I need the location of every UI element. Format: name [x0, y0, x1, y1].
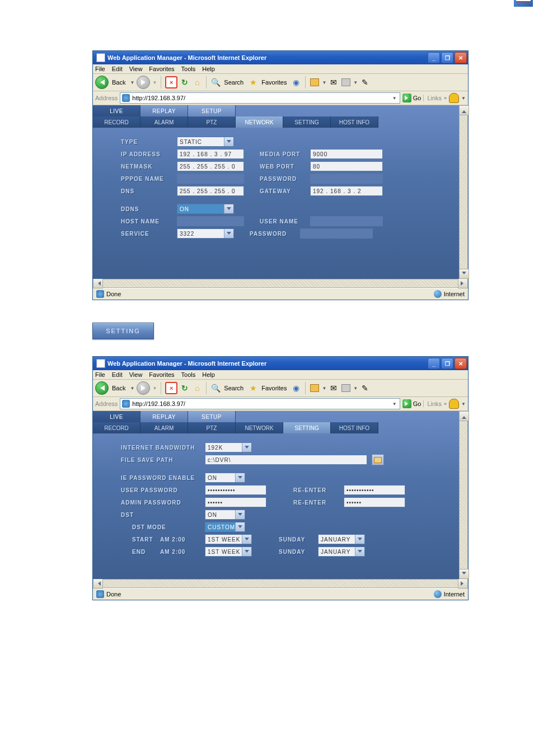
select-start-month[interactable]: JANUARY [318, 534, 365, 544]
horizontal-scrollbar[interactable] [93, 279, 468, 288]
select-start-week[interactable]: 1ST WEEK [205, 534, 252, 544]
scroll-up-icon[interactable] [459, 105, 469, 115]
input-mediaport[interactable]: 9000 [310, 149, 383, 159]
scroll-left-icon[interactable] [93, 278, 103, 288]
menu-tools[interactable]: Tools [181, 371, 196, 378]
address-input[interactable]: http://192.168.3.97/ ▼ [120, 398, 400, 409]
back-label[interactable]: Back [112, 79, 125, 86]
menu-help[interactable]: Help [202, 66, 215, 72]
scroll-left-icon[interactable] [93, 578, 103, 589]
tab-setup[interactable]: SETUP [188, 105, 236, 116]
browse-folder-button[interactable] [372, 454, 384, 465]
links-label[interactable]: Links [423, 400, 442, 407]
input-filesavepath[interactable]: c:\DVR\ [205, 455, 367, 465]
menu-file[interactable]: File [95, 66, 105, 72]
subtab-ptz[interactable]: PTZ [188, 116, 236, 128]
tab-replay[interactable]: REPLAY [140, 105, 188, 116]
scroll-right-icon[interactable] [458, 278, 468, 288]
menu-view[interactable]: View [129, 66, 143, 72]
scroll-down-icon[interactable] [459, 569, 469, 579]
select-end-month[interactable]: JANUARY [318, 547, 365, 557]
input-userpw[interactable]: ••••••••••• [205, 485, 266, 495]
select-ddns[interactable]: ON [177, 204, 234, 214]
back-icon[interactable] [95, 76, 109, 89]
go-button[interactable]: Go [402, 399, 421, 408]
history-icon[interactable] [310, 383, 320, 393]
stop-icon[interactable]: × [165, 382, 177, 394]
menu-favorites[interactable]: Favorites [149, 371, 174, 378]
select-iepw[interactable]: ON [205, 473, 245, 483]
input-adminpw[interactable]: •••••• [205, 497, 266, 507]
tab-replay[interactable]: REPLAY [140, 411, 188, 422]
input-pppoe[interactable] [177, 174, 244, 184]
print-icon[interactable] [341, 77, 351, 87]
stop-icon[interactable]: × [165, 76, 177, 88]
select-bandwidth[interactable]: 192K [205, 442, 252, 452]
favorites-icon[interactable]: ★ [248, 77, 258, 87]
home-icon[interactable]: ⌂ [192, 383, 202, 393]
edit-icon[interactable]: ✎ [360, 383, 370, 393]
input-webport[interactable]: 80 [310, 161, 383, 171]
forward-icon[interactable] [137, 76, 150, 89]
minimize-button[interactable]: _ [428, 358, 440, 369]
menu-edit[interactable]: Edit [112, 371, 123, 378]
scroll-down-icon[interactable] [459, 269, 469, 279]
norton-icon[interactable] [449, 399, 459, 409]
subtab-ptz[interactable]: PTZ [188, 422, 236, 433]
input-hostname[interactable] [177, 216, 244, 226]
select-type[interactable]: STATIC [177, 137, 234, 147]
history-icon[interactable] [310, 77, 320, 87]
favorites-label[interactable]: Favorites [261, 385, 287, 391]
menu-view[interactable]: View [129, 371, 143, 378]
mail-icon[interactable]: ✉ [329, 383, 339, 393]
menu-edit[interactable]: Edit [112, 66, 123, 72]
maximize-button[interactable]: ❐ [441, 358, 453, 369]
media-icon[interactable]: ◉ [291, 383, 301, 393]
forward-icon[interactable] [137, 381, 150, 395]
input-username[interactable] [310, 216, 383, 226]
subtab-network[interactable]: NETWORK [236, 116, 283, 128]
menu-help[interactable]: Help [202, 371, 215, 378]
edit-icon[interactable]: ✎ [360, 77, 370, 87]
select-dst[interactable]: ON [205, 510, 245, 520]
favorites-icon[interactable]: ★ [248, 383, 258, 393]
subtab-record[interactable]: RECORD [93, 422, 140, 433]
close-button[interactable]: ✕ [455, 358, 467, 369]
go-button[interactable]: Go [402, 94, 421, 102]
select-service[interactable]: 3322 [177, 228, 234, 239]
search-icon[interactable]: 🔍 [210, 77, 221, 87]
search-label[interactable]: Search [224, 79, 243, 86]
menu-file[interactable]: File [95, 371, 105, 378]
media-icon[interactable]: ◉ [291, 77, 301, 87]
scroll-right-icon[interactable] [458, 578, 468, 589]
links-label[interactable]: Links [423, 95, 442, 101]
menu-tools[interactable]: Tools [181, 66, 196, 72]
subtab-setting[interactable]: SETTING [283, 116, 331, 128]
select-end-week[interactable]: 1ST WEEK [205, 547, 252, 557]
input-password[interactable] [310, 174, 383, 184]
address-input[interactable]: http://192.168.3.97/ ▼ [120, 92, 400, 104]
horizontal-scrollbar[interactable] [93, 579, 468, 588]
minimize-button[interactable]: _ [428, 52, 440, 63]
subtab-network[interactable]: NETWORK [236, 422, 283, 433]
scroll-up-icon[interactable] [459, 411, 469, 421]
menu-favorites[interactable]: Favorites [149, 66, 174, 72]
refresh-icon[interactable]: ↻ [180, 383, 190, 393]
input-gateway[interactable]: 192 . 168 . 3 . 2 [310, 186, 383, 196]
input-dns[interactable]: 255 . 255 . 255 . 0 [177, 186, 244, 196]
input-netmask[interactable]: 255 . 255 . 255 . 0 [177, 161, 244, 171]
select-dstmode[interactable]: CUSTOM [205, 522, 245, 532]
subtab-hostinfo[interactable]: HOST INFO [331, 116, 378, 128]
subtab-alarm[interactable]: ALARM [140, 116, 188, 128]
home-icon[interactable]: ⌂ [192, 77, 202, 87]
favorites-label[interactable]: Favorites [261, 79, 287, 86]
tab-live[interactable]: LIVE [93, 411, 140, 422]
tab-live[interactable]: LIVE [93, 105, 140, 116]
input-ip[interactable]: 192 . 168 . 3 . 97 [177, 149, 244, 159]
maximize-button[interactable]: ❐ [441, 52, 453, 63]
mail-icon[interactable]: ✉ [329, 77, 339, 87]
tab-setup[interactable]: SETUP [188, 411, 236, 422]
refresh-icon[interactable]: ↻ [180, 77, 190, 87]
subtab-alarm[interactable]: ALARM [140, 422, 188, 433]
norton-icon[interactable] [449, 93, 459, 103]
